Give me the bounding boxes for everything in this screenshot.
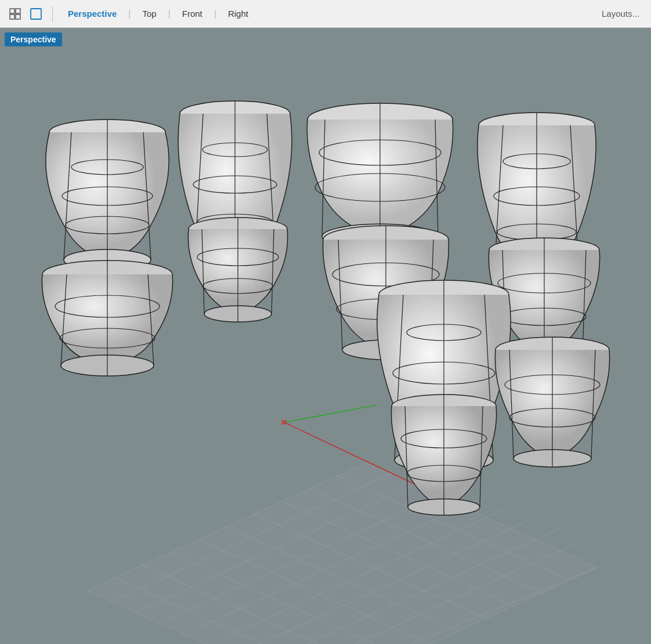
layouts-button[interactable]: Layouts... <box>602 9 645 19</box>
svg-rect-2 <box>10 15 15 19</box>
top-bar: Perspective | Top | Front | Right Layout… <box>0 0 651 28</box>
viewport-canvas: ✕ <box>0 28 651 644</box>
grid-icon[interactable] <box>6 5 24 23</box>
svg-line-29 <box>284 405 377 422</box>
divider-1 <box>52 6 53 22</box>
svg-rect-3 <box>16 15 20 19</box>
sep-1: | <box>128 9 131 19</box>
svg-rect-0 <box>10 9 15 13</box>
tab-perspective[interactable]: Perspective <box>57 0 127 28</box>
perspective-label: Perspective <box>5 32 62 46</box>
sep-2: | <box>168 9 171 19</box>
svg-text:✕: ✕ <box>280 418 287 427</box>
viewport[interactable]: Perspective <box>0 28 651 644</box>
tab-right[interactable]: Right <box>218 0 259 28</box>
svg-marker-5 <box>87 463 598 644</box>
svg-rect-4 <box>31 9 41 19</box>
window-icon[interactable] <box>27 5 45 23</box>
tab-front[interactable]: Front <box>172 0 213 28</box>
sep-3: | <box>214 9 216 19</box>
svg-rect-1 <box>16 9 20 13</box>
tab-top[interactable]: Top <box>132 0 167 28</box>
